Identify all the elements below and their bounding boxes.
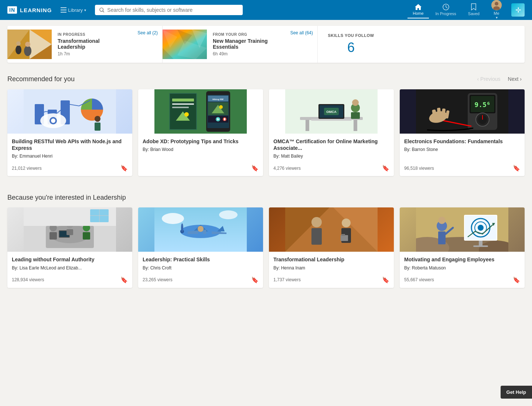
card-transformational-thumbnail (269, 207, 394, 252)
lead1-thumb-svg: T (24, 207, 116, 252)
card-restful-thumbnail (7, 89, 132, 134)
lead3-thumb-svg (285, 207, 378, 252)
card-motivating[interactable]: Motivating and Engaging Employees By: Ro… (400, 207, 525, 288)
card-motivating-bookmark[interactable]: 🔖 (513, 276, 520, 283)
from-org-see-all[interactable]: See all (64) (286, 26, 317, 40)
card-omca-thumbnail: OMCA (269, 89, 394, 134)
banner-in-progress[interactable]: IN PROGRESS Transformational Leadership … (7, 26, 163, 63)
card-leading-authority-bookmark[interactable]: 🔖 (120, 276, 128, 283)
card-leading-authority-viewers: 128,934 viewers (12, 277, 44, 282)
card-electronics-body: Electronics Foundations: Fundamentals By… (400, 134, 525, 176)
svg-point-99 (162, 213, 184, 224)
card-restful-title: Building RESTful Web APIs with Node.js a… (12, 138, 128, 151)
svg-point-33 (51, 118, 55, 123)
card-leading-authority[interactable]: T Leading without Formal Authority By: L… (7, 207, 132, 288)
card-restful-body: Building RESTful Web APIs with Node.js a… (7, 134, 132, 176)
card-restful-bookmark[interactable]: 🔖 (120, 165, 128, 172)
card-leadership-practical[interactable]: Leadership: Practical Skills By: Chris C… (138, 207, 263, 288)
lead4-thumb-svg (416, 207, 508, 252)
card-restful[interactable]: Building RESTful Web APIs with Node.js a… (7, 89, 132, 176)
card-adobe-xd-bookmark[interactable]: 🔖 (251, 165, 259, 172)
recommended-cards-grid: Building RESTful Web APIs with Node.js a… (7, 89, 525, 176)
restful-thumb-svg (24, 89, 116, 134)
card-adobe-xd[interactable]: Hiking NW Adobe XD: Prototyping Tips and… (138, 89, 263, 176)
recommended-nav: ‹ Previous Next › (474, 75, 525, 83)
svg-rect-39 (172, 99, 194, 102)
card-transformational[interactable]: Transformational Leadership By: Henna In… (269, 207, 394, 288)
svg-rect-59 (354, 120, 357, 131)
card-electronics-author: By: Barron Stone (404, 147, 520, 152)
card-omca-body: OMCA™ Certification for Online Marketing… (269, 134, 394, 176)
search-bar[interactable] (95, 5, 243, 15)
search-input[interactable] (107, 7, 238, 13)
lead2-thumb-svg (154, 207, 247, 252)
svg-point-18 (24, 46, 31, 56)
svg-rect-36 (154, 89, 247, 134)
svg-rect-117 (341, 235, 348, 241)
card-motivating-body: Motivating and Engaging Employees By: Ro… (400, 252, 525, 288)
svg-rect-118 (341, 234, 345, 236)
svg-rect-109 (198, 232, 203, 237)
clock-icon (442, 3, 450, 11)
library-menu[interactable]: Library ▾ (58, 5, 89, 15)
card-adobe-xd-title: Adobe XD: Prototyping Tips and Tricks (143, 138, 259, 145)
recommended-header: Recommended for you ‹ Previous Next › (7, 75, 525, 83)
svg-rect-114 (311, 228, 322, 245)
card-electronics-bookmark[interactable]: 🔖 (513, 165, 520, 172)
avatar-image (491, 0, 502, 10)
trail-guide-thumb-svg: Hiking NW (154, 89, 247, 134)
svg-rect-62 (311, 119, 352, 121)
card-leadership-practical-body: Leadership: Practical Skills By: Chris C… (138, 252, 263, 288)
svg-rect-40 (172, 103, 194, 105)
card-transformational-body: Transformational Leadership By: Henna In… (269, 252, 394, 288)
card-restful-author: By: Emmanuel Henri (12, 154, 128, 159)
svg-line-7 (446, 7, 447, 8)
svg-rect-67 (351, 112, 360, 119)
card-electronics-title: Electronics Foundations: Fundamentals (404, 138, 520, 145)
card-adobe-xd-footer: 🔖 (143, 162, 259, 172)
svg-rect-134 (473, 245, 488, 247)
skills-section[interactable]: SKILLS YOU FOLLOW 6 (318, 26, 384, 63)
in-progress-see-all[interactable]: See all (2) (133, 26, 162, 40)
card-omca-author: By: Matt Bailey (273, 154, 389, 159)
svg-point-43 (184, 112, 189, 117)
svg-rect-58 (306, 120, 309, 131)
card-motivating-title: Motivating and Engaging Employees (404, 256, 520, 263)
svg-rect-133 (479, 241, 482, 246)
card-restful-footer: 21,012 viewers 🔖 (12, 162, 128, 172)
card-omca-bookmark[interactable]: 🔖 (382, 165, 389, 172)
nav-home[interactable]: Home (407, 1, 429, 18)
svg-point-3 (100, 8, 103, 11)
app-switcher-icon[interactable]: ⊹ (511, 3, 525, 17)
electronics-thumb-svg: 9.5⁶ (416, 89, 508, 134)
card-electronics-thumbnail: 9.5⁶ (400, 89, 525, 134)
card-electronics[interactable]: 9.5⁶ Electronics Foundatio (400, 89, 525, 176)
logo[interactable]: in LEARNING (7, 6, 52, 14)
leadership-header: Because you're interested in Leadership (7, 194, 525, 202)
svg-rect-41 (172, 107, 189, 108)
nav-in-progress[interactable]: In Progress (430, 1, 461, 19)
svg-point-16 (16, 45, 21, 54)
card-leadership-practical-footer: 23,265 viewers 🔖 (143, 273, 259, 283)
banner-from-org[interactable]: FROM YOUR ORG New Manager Training Essen… (163, 26, 318, 63)
svg-point-50 (219, 105, 223, 109)
card-leadership-practical-title: Leadership: Practical Skills (143, 256, 259, 263)
from-org-thumbnail (163, 30, 207, 59)
card-restful-viewers: 21,012 viewers (12, 166, 42, 171)
card-motivating-thumbnail (400, 207, 525, 252)
card-adobe-xd-thumbnail: Hiking NW (138, 89, 263, 134)
svg-point-17 (16, 41, 21, 46)
next-button[interactable]: Next › (505, 75, 525, 83)
card-transformational-bookmark[interactable]: 🔖 (382, 276, 389, 283)
svg-rect-0 (61, 7, 66, 8)
svg-point-107 (181, 223, 183, 232)
svg-point-19 (25, 42, 30, 47)
nav-me[interactable]: Me ▾ (486, 0, 507, 23)
card-omca[interactable]: OMCA OMCA™ Certification for Online Mark… (269, 89, 394, 176)
previous-button[interactable]: ‹ Previous (474, 75, 503, 83)
navbar: in LEARNING Library ▾ Home (0, 0, 532, 20)
svg-point-34 (95, 116, 100, 122)
nav-saved[interactable]: Saved (463, 1, 485, 19)
card-leadership-practical-bookmark[interactable]: 🔖 (251, 276, 259, 283)
card-adobe-xd-body: Adobe XD: Prototyping Tips and Tricks By… (138, 134, 263, 176)
